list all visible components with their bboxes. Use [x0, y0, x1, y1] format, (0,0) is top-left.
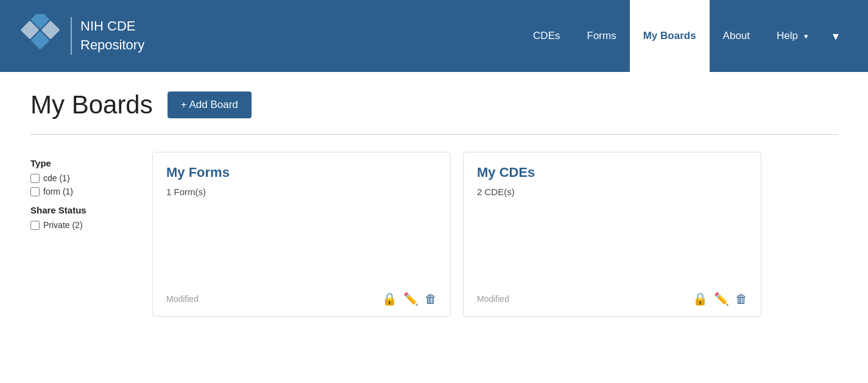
type-filter-section: Type cde (1) form (1): [30, 158, 134, 196]
edit-icon-my-forms[interactable]: ✏️: [403, 292, 418, 306]
nav-item-forms[interactable]: Forms: [574, 0, 630, 72]
filter-cde-checkbox[interactable]: [30, 174, 40, 183]
filter-private-label: Private (2): [43, 220, 83, 230]
divider: [30, 134, 838, 135]
nav-item-my-boards[interactable]: My Boards: [630, 0, 710, 72]
type-filter-label: Type: [30, 158, 134, 168]
delete-icon-my-forms[interactable]: 🗑: [425, 292, 437, 306]
board-count-my-cdes: 2 CDE(s): [477, 187, 747, 197]
board-modified-my-forms: Modified: [166, 294, 199, 304]
filter-private[interactable]: Private (2): [30, 220, 134, 230]
board-actions-my-cdes: 🔒 ✏️ 🗑: [693, 292, 747, 306]
nav-item-about[interactable]: About: [710, 0, 763, 72]
lock-icon-my-cdes[interactable]: 🔒: [693, 292, 708, 306]
board-modified-my-cdes: Modified: [477, 294, 509, 304]
board-title-my-forms[interactable]: My Forms: [166, 165, 437, 181]
board-card-my-forms: My Forms 1 Form(s) Modified 🔒 ✏️ 🗑: [152, 152, 451, 317]
logo-area: NIH CDE Repository: [18, 14, 144, 58]
page-header: My Boards + Add Board: [30, 90, 838, 120]
share-status-label: Share Status: [30, 205, 134, 215]
content-area: Type cde (1) form (1) Share Status Priva…: [30, 152, 838, 317]
board-title-my-cdes[interactable]: My CDEs: [477, 165, 747, 181]
page-title: My Boards: [30, 90, 153, 120]
board-card-my-cdes: My CDEs 2 CDE(s) Modified 🔒 ✏️ 🗑: [463, 152, 761, 317]
filter-form-checkbox[interactable]: [30, 187, 40, 196]
lock-icon-my-forms[interactable]: 🔒: [382, 292, 397, 306]
boards-grid: My Forms 1 Form(s) Modified 🔒 ✏️ 🗑 My CD…: [152, 152, 838, 317]
main-content: My Boards + Add Board Type cde (1) form …: [0, 72, 868, 335]
filter-cde[interactable]: cde (1): [30, 173, 134, 183]
nav-item-help[interactable]: Help ▾: [763, 0, 822, 72]
board-actions-my-forms: 🔒 ✏️ 🗑: [382, 292, 437, 306]
board-footer-my-cdes: Modified 🔒 ✏️ 🗑: [477, 292, 747, 306]
app-header: NIH CDE Repository CDEs Forms My Boards …: [0, 0, 868, 72]
filter-cde-label: cde (1): [43, 173, 70, 183]
board-count-my-forms: 1 Form(s): [166, 187, 437, 197]
filter-private-checkbox[interactable]: [30, 221, 40, 230]
board-footer-my-forms: Modified 🔒 ✏️ 🗑: [166, 292, 437, 306]
filter-form-label: form (1): [43, 187, 73, 196]
logo-icon: [18, 14, 62, 58]
delete-icon-my-cdes[interactable]: 🗑: [735, 292, 747, 306]
edit-icon-my-cdes[interactable]: ✏️: [714, 292, 729, 306]
help-chevron-icon: ▾: [804, 32, 808, 41]
logo-text: NIH CDE Repository: [71, 17, 144, 55]
filter-form[interactable]: form (1): [30, 187, 134, 196]
add-board-button[interactable]: + Add Board: [168, 91, 252, 118]
extra-chevron-icon[interactable]: ▾: [822, 0, 850, 72]
main-nav: CDEs Forms My Boards About Help ▾ ▾: [520, 0, 850, 72]
share-status-filter-section: Share Status Private (2): [30, 205, 134, 230]
nav-item-cdes[interactable]: CDEs: [520, 0, 573, 72]
filter-sidebar: Type cde (1) form (1) Share Status Priva…: [30, 152, 152, 317]
